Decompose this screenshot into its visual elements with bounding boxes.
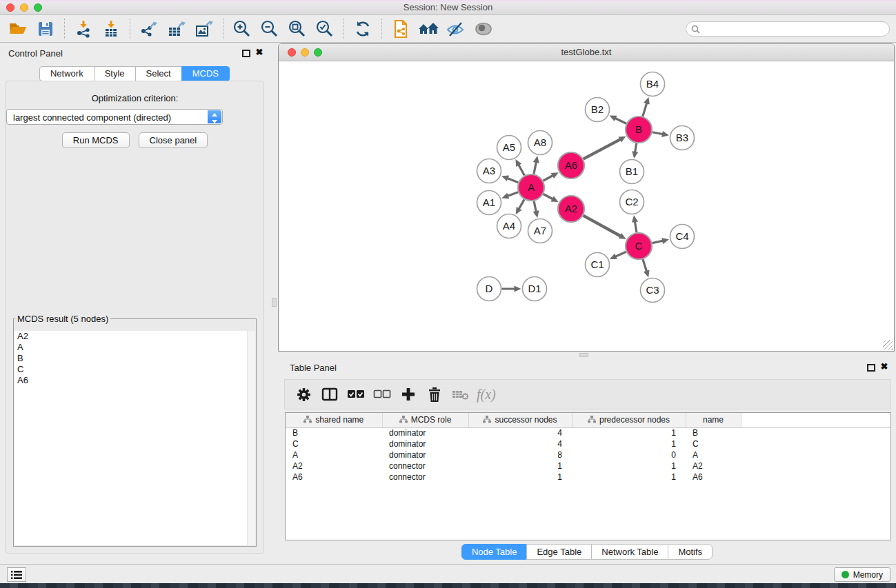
delete-column-button[interactable]: [421, 382, 448, 407]
network-close-button[interactable]: [288, 48, 296, 57]
add-column-button[interactable]: [395, 382, 421, 407]
graph-node-D1[interactable]: D1: [523, 277, 547, 301]
graph-node-B3[interactable]: B3: [670, 126, 695, 150]
close-panel-icon[interactable]: ✖: [254, 47, 265, 58]
graph-node-A4[interactable]: A4: [497, 214, 521, 239]
float-panel-icon[interactable]: [242, 50, 250, 57]
table-cell: 1: [468, 472, 572, 483]
graph-node-A3[interactable]: A3: [477, 159, 501, 183]
criterion-dropdown-value: largest connected component (directed): [13, 112, 171, 123]
graph-node-A5[interactable]: A5: [497, 136, 521, 160]
table-row[interactable]: A2connector11A2: [286, 460, 890, 472]
run-mcds-button[interactable]: Run MCDS: [62, 132, 130, 148]
vertical-split-handle[interactable]: [272, 298, 277, 307]
import-network-button[interactable]: [70, 17, 97, 41]
import-table-button[interactable]: [97, 17, 125, 41]
graph-edge-A2-C[interactable]: [584, 216, 622, 237]
graph-edge-C-C3[interactable]: [643, 259, 647, 273]
table-row[interactable]: A6connector11A6: [286, 472, 890, 483]
tab-style[interactable]: Style: [94, 66, 136, 81]
result-item[interactable]: A: [14, 342, 255, 353]
column-header[interactable]: shared name: [286, 413, 382, 427]
zoom-window-button[interactable]: [34, 3, 42, 12]
graph-node-A8[interactable]: A8: [528, 131, 552, 155]
network-window-titlebar[interactable]: testGlobe.txt: [279, 44, 894, 61]
table-options-button[interactable]: [290, 382, 317, 407]
export-image-button[interactable]: [190, 17, 218, 41]
unselect-all-columns-button[interactable]: [369, 382, 395, 407]
open-session-button[interactable]: [4, 17, 32, 41]
column-header[interactable]: predecessor nodes: [572, 413, 686, 427]
select-all-columns-button[interactable]: [343, 382, 369, 407]
graph-node-C1[interactable]: C1: [586, 253, 610, 277]
graph-node-B[interactable]: B: [626, 116, 652, 143]
export-network-button[interactable]: [135, 17, 163, 41]
close-panel-button[interactable]: Close panel: [139, 132, 208, 148]
graph-node-A2[interactable]: A2: [558, 196, 584, 222]
result-item[interactable]: A2: [14, 331, 255, 342]
column-header[interactable]: successor nodes: [468, 413, 572, 427]
column-header[interactable]: name: [686, 413, 741, 427]
memory-button[interactable]: Memory: [834, 567, 890, 582]
zoom-in-button[interactable]: [228, 17, 256, 41]
graph-node-B4[interactable]: B4: [641, 72, 665, 97]
table-cell: 1: [572, 438, 686, 449]
eye-icon: [473, 21, 494, 37]
graph-node-A[interactable]: A: [518, 174, 544, 201]
hide-graphics-details-button[interactable]: [442, 17, 470, 41]
graph-node-A1[interactable]: A1: [477, 191, 501, 215]
network-minimize-button[interactable]: [301, 48, 309, 57]
tab-edge-table[interactable]: Edge Table: [526, 544, 592, 560]
graph-node-A7[interactable]: A7: [528, 219, 552, 243]
search-input[interactable]: [700, 23, 889, 35]
graph-edge-A6-B[interactable]: [584, 139, 622, 159]
graph-node-B1[interactable]: B1: [620, 160, 644, 184]
zoom-out-button[interactable]: [256, 17, 283, 41]
graph-node-C3[interactable]: C3: [641, 278, 665, 303]
zoom-fit-button[interactable]: [283, 17, 311, 41]
criterion-dropdown[interactable]: largest connected component (directed): [6, 109, 223, 125]
result-list-scrollbar[interactable]: [247, 331, 255, 545]
resize-grip-icon[interactable]: [883, 340, 893, 350]
table-row[interactable]: Bdominator41B: [286, 427, 890, 438]
minimize-window-button[interactable]: [20, 3, 28, 12]
export-table-button[interactable]: [163, 17, 190, 41]
tab-motifs[interactable]: Motifs: [668, 544, 713, 560]
close-table-panel-icon[interactable]: ✖: [879, 361, 890, 372]
graph-node-A6[interactable]: A6: [558, 152, 584, 179]
result-item[interactable]: B: [14, 353, 255, 364]
table-row[interactable]: Cdominator41C: [286, 438, 890, 449]
task-history-button[interactable]: [7, 567, 26, 582]
tab-network[interactable]: Network: [39, 66, 94, 81]
network-zoom-button[interactable]: [314, 48, 322, 57]
graph-node-B2[interactable]: B2: [586, 98, 610, 122]
network-from-file-button[interactable]: [387, 17, 415, 41]
tab-node-table[interactable]: Node Table: [461, 544, 528, 560]
show-column-button[interactable]: [317, 382, 343, 407]
function-builder-icon[interactable]: f(x): [477, 387, 496, 403]
save-session-button[interactable]: [32, 17, 59, 41]
close-window-button[interactable]: [6, 3, 14, 12]
graph-node-C[interactable]: C: [626, 233, 652, 259]
tab-mcds[interactable]: MCDS: [181, 66, 230, 81]
result-item[interactable]: C: [14, 364, 255, 375]
refresh-button[interactable]: [349, 17, 377, 41]
tab-network-table[interactable]: Network Table: [591, 544, 668, 560]
result-item[interactable]: A6: [14, 375, 255, 386]
delete-table-button[interactable]: [448, 382, 474, 407]
graph-node-D[interactable]: D: [477, 277, 501, 301]
table-row[interactable]: Adominator80A: [286, 449, 890, 460]
horizontal-split-handle[interactable]: [579, 353, 588, 357]
graph-node-C4[interactable]: C4: [670, 225, 695, 249]
float-table-panel-icon[interactable]: [867, 364, 875, 372]
graph-edge-B-B2[interactable]: [614, 118, 626, 124]
graph-edge-B-B4[interactable]: [643, 101, 648, 116]
edge-arrowhead-icon: [501, 193, 509, 199]
show-graphics-details-button[interactable]: [470, 17, 497, 41]
show-home-networks-button[interactable]: [415, 17, 442, 41]
zoom-selected-button[interactable]: [311, 17, 339, 41]
graph-node-C2[interactable]: C2: [620, 190, 644, 214]
network-canvas[interactable]: B4B2BB3A8A5A6A3B1AA1C2A2A4A7C4CC1C3DD1: [279, 62, 894, 351]
tab-select[interactable]: Select: [135, 66, 182, 81]
column-header[interactable]: MCDS role: [382, 413, 468, 427]
